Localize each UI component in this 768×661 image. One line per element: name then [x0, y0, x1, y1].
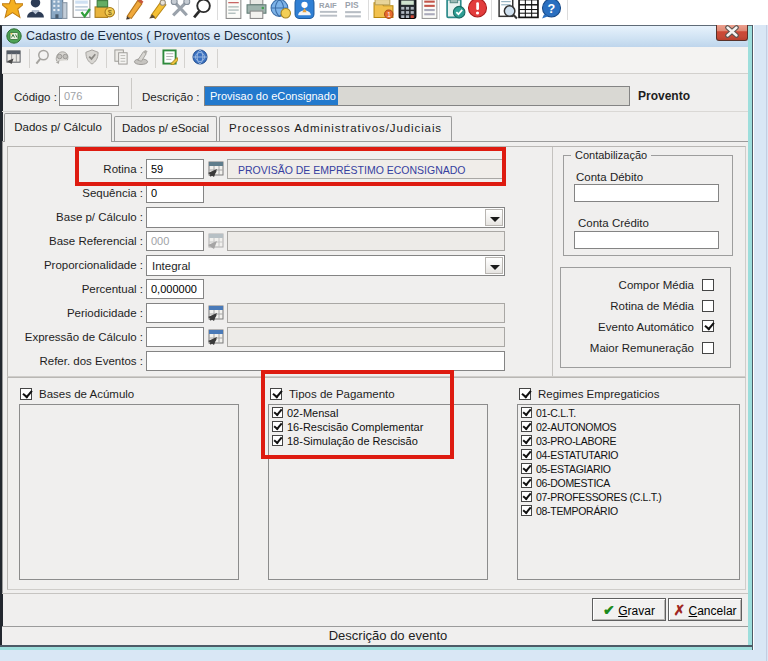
svg-text:?: ?	[548, 2, 556, 16]
svg-text:PIS: PIS	[345, 0, 359, 10]
svg-text:1: 1	[387, 11, 391, 18]
svg-text:RAIF: RAIF	[319, 1, 337, 10]
svg-text:$: $	[108, 8, 112, 17]
